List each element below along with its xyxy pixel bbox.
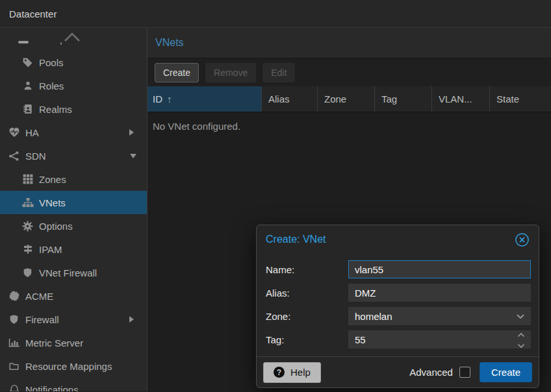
tag-input[interactable]: 55 bbox=[348, 330, 531, 349]
sidebar-item-pools[interactable]: Pools bbox=[0, 51, 147, 74]
name-input-value: vlan55 bbox=[355, 264, 383, 275]
partial-item-text-fragment bbox=[60, 42, 62, 45]
bell-icon bbox=[8, 384, 20, 391]
sidebar-item-label: Metric Server bbox=[25, 337, 83, 349]
help-label: Help bbox=[290, 367, 311, 378]
question-icon: ? bbox=[274, 367, 285, 378]
signpost-icon bbox=[21, 243, 34, 255]
dialog-header[interactable]: Create: VNet bbox=[257, 225, 539, 254]
sidebar-item-label: HA bbox=[25, 127, 39, 138]
sidebar-item-label: SDN bbox=[25, 151, 46, 162]
edit-button: Edit bbox=[263, 63, 295, 82]
sidebar-item-vnets[interactable]: VNets bbox=[0, 191, 147, 214]
spinner-down-icon[interactable] bbox=[517, 339, 525, 350]
shield-icon bbox=[8, 313, 20, 325]
chevron-right-icon[interactable] bbox=[129, 129, 134, 136]
chevron-down-icon[interactable] bbox=[516, 308, 525, 325]
dialog-body: Name:vlan55Alias:DMZZone:homelanTag:55 bbox=[257, 254, 539, 356]
advanced-label: Advanced bbox=[409, 367, 453, 378]
app-root: Datacenter PoolsRolesRealmsHASDNZonesVNe… bbox=[0, 0, 551, 392]
sidebar-item-options[interactable]: Options bbox=[0, 214, 147, 238]
name-field-label: Name: bbox=[266, 264, 348, 275]
close-icon[interactable] bbox=[515, 232, 530, 247]
create-button[interactable]: Create bbox=[155, 63, 199, 82]
gear-icon bbox=[21, 220, 34, 232]
create-submit-button[interactable]: Create bbox=[480, 362, 532, 382]
spinner-up-icon[interactable] bbox=[517, 328, 525, 339]
sidebar-item-label: VNets bbox=[39, 197, 66, 208]
sort-asc-icon: ↑ bbox=[167, 93, 172, 104]
sidebar-item-ipam[interactable]: IPAM bbox=[0, 238, 147, 261]
share-nodes-icon bbox=[8, 150, 20, 162]
grid-icon bbox=[21, 173, 34, 185]
sidebar-item-scrolled-partial[interactable] bbox=[0, 28, 147, 51]
panel-header: VNets bbox=[147, 28, 551, 58]
sidebar-item-sdn[interactable]: SDN bbox=[0, 144, 147, 167]
tag-field-label: Tag: bbox=[266, 334, 348, 345]
sidebar-item-zones[interactable]: Zones bbox=[0, 167, 147, 191]
table-header: ID↑AliasZoneTagVLAN...State bbox=[147, 86, 551, 112]
name-field-row: Name:vlan55 bbox=[266, 260, 531, 278]
sidebar-item-realms[interactable]: Realms bbox=[0, 97, 147, 121]
help-button[interactable]: ? Help bbox=[263, 362, 321, 383]
folder-icon bbox=[8, 360, 20, 372]
tag-field-row: Tag:55 bbox=[266, 330, 531, 349]
column-header-vlanaware[interactable]: VLAN... bbox=[432, 86, 490, 112]
column-header-state[interactable]: State bbox=[490, 86, 551, 112]
sidebar-item-metric-server[interactable]: Metric Server bbox=[0, 331, 147, 354]
bar-chart-icon bbox=[8, 337, 20, 349]
user-icon bbox=[21, 80, 34, 92]
spinner-buttons[interactable] bbox=[517, 331, 525, 348]
sidebar-item-label: Zones bbox=[39, 174, 66, 185]
dialog-title: Create: VNet bbox=[266, 234, 515, 245]
sidebar: PoolsRolesRealmsHASDNZonesVNetsOptionsIP… bbox=[0, 28, 147, 391]
toolbar: CreateRemoveEdit bbox=[147, 58, 551, 86]
column-label: VLAN... bbox=[439, 93, 472, 104]
sidebar-item-roles[interactable]: Roles bbox=[0, 74, 147, 97]
sidebar-item-vnet-firewall[interactable]: VNet Firewall bbox=[0, 261, 147, 284]
sidebar-item-label: Pools bbox=[39, 57, 64, 68]
page-title: Datacenter bbox=[9, 8, 57, 19]
zone-input-value: homelan bbox=[355, 311, 392, 322]
sidebar-item-resource-mappings[interactable]: Resource Mappings bbox=[0, 354, 147, 378]
remove-button: Remove bbox=[205, 63, 256, 82]
alias-input[interactable]: DMZ bbox=[348, 284, 531, 302]
advanced-checkbox[interactable] bbox=[459, 367, 470, 378]
tag-input-value: 55 bbox=[355, 334, 366, 345]
tags-icon bbox=[21, 56, 34, 68]
sidebar-item-ha[interactable]: HA bbox=[0, 121, 147, 144]
sidebar-item-label: VNet Firewall bbox=[39, 267, 97, 278]
sitemap-icon bbox=[21, 197, 34, 208]
column-label: Tag bbox=[381, 93, 397, 104]
partial-item-icon bbox=[18, 41, 29, 43]
address-book-icon bbox=[21, 103, 34, 115]
sidebar-item-label: Options bbox=[39, 221, 73, 232]
sidebar-item-label: Realms bbox=[39, 104, 72, 115]
chevron-down-icon[interactable] bbox=[130, 154, 136, 158]
panel-title: VNets bbox=[155, 37, 184, 49]
certificate-icon bbox=[8, 290, 20, 302]
name-input[interactable]: vlan55 bbox=[348, 260, 531, 278]
sidebar-item-label: Firewall bbox=[25, 314, 59, 325]
column-header-zone[interactable]: Zone bbox=[318, 86, 375, 112]
alias-field-label: Alias: bbox=[266, 288, 348, 299]
chevron-right-icon[interactable] bbox=[129, 316, 134, 323]
sidebar-item-label: Resource Mappings bbox=[25, 361, 112, 372]
column-header-alias[interactable]: Alias bbox=[262, 86, 318, 112]
sidebar-item-label: IPAM bbox=[39, 244, 62, 255]
column-header-id[interactable]: ID↑ bbox=[147, 86, 262, 112]
sidebar-item-firewall[interactable]: Firewall bbox=[0, 308, 147, 331]
sidebar-item-notifications[interactable]: Notifications bbox=[0, 378, 147, 391]
alias-field-row: Alias:DMZ bbox=[266, 284, 531, 302]
topbar: Datacenter bbox=[0, 0, 551, 28]
zone-field-label: Zone: bbox=[266, 311, 348, 322]
column-header-tag[interactable]: Tag bbox=[375, 86, 432, 112]
zone-field-row: Zone:homelan bbox=[266, 307, 531, 325]
sidebar-item-acme[interactable]: ACME bbox=[0, 284, 147, 308]
chevron-up-icon bbox=[63, 31, 81, 43]
sidebar-item-label: ACME bbox=[25, 291, 53, 302]
column-label: State bbox=[496, 93, 519, 104]
column-label: ID bbox=[153, 93, 162, 104]
zone-input[interactable]: homelan bbox=[348, 307, 531, 325]
column-label: Zone bbox=[324, 93, 346, 104]
